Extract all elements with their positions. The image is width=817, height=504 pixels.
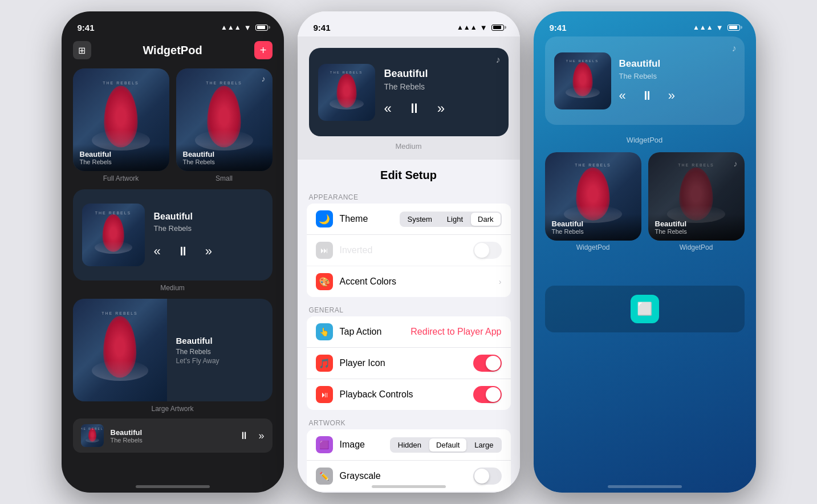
p3-song: Beautiful <box>619 58 735 70</box>
np-song: Beautiful <box>111 428 233 437</box>
status-bar-1: 9:41 ▲▲▲ ▼ <box>62 11 284 36</box>
p3-small-widget-1[interactable]: THE REBELS Beautiful The Rebels <box>545 152 641 241</box>
wifi-icon-2: ▼ <box>480 23 487 32</box>
large-artwork-container: THE REBELS Beautiful The Rebels Let's Fl… <box>73 299 273 413</box>
player-icon-toggle[interactable] <box>473 355 502 372</box>
accent-chevron: › <box>499 277 502 286</box>
phone3-content: ♪ THE REBELS Beautiful The Rebels « ⏸ » <box>534 36 756 332</box>
p3-pause[interactable]: ⏸ <box>641 88 653 103</box>
seg-light[interactable]: Light <box>440 213 470 226</box>
status-icons-1: ▲▲▲ ▼ <box>221 23 268 32</box>
np-forward-btn[interactable]: » <box>258 430 264 442</box>
prev-forward: » <box>437 100 445 116</box>
battery-icon-1 <box>255 25 268 31</box>
np-pause-btn[interactable]: ⏸ <box>239 430 249 442</box>
accent-icon: 🎨 <box>316 273 333 290</box>
p3-small-widget-2[interactable]: THE REBELS ♪ Beautiful The Rebels <box>648 152 745 241</box>
large-album: Let's Fly Away <box>176 357 263 365</box>
grayscale-icon: ✏️ <box>316 468 333 485</box>
seg-large[interactable]: Large <box>468 438 500 452</box>
playback-label: Playback Controls <box>340 389 473 400</box>
phone3-widget-grid: THE REBELS Beautiful The Rebels WidgetPo… <box>545 152 745 251</box>
settings-scroll[interactable]: Edit Setup APPEARANCE 🌙 Theme System Lig… <box>298 160 520 493</box>
note-icon-p3-s2: ♪ <box>734 159 738 168</box>
widget-grid-top: THE REBELS Beautiful The Rebels Full Art… <box>73 68 273 182</box>
status-bar-3: 9:41 ▲▲▲ ▼ <box>534 11 756 36</box>
widget-label-large: Large Artwork <box>73 405 273 413</box>
artwork-group: 🟪 Image Hidden Default Large ✏️ Grayscal… <box>307 429 511 491</box>
battery-icon-2 <box>491 25 504 31</box>
rebels-text-s: THE REBELS <box>206 81 242 85</box>
rewind-button[interactable]: « <box>154 244 161 259</box>
image-row[interactable]: 🟪 Image Hidden Default Large <box>307 429 511 461</box>
phone3-top-widget[interactable]: ♪ THE REBELS Beautiful The Rebels « ⏸ » <box>545 36 745 125</box>
add-widget-button[interactable]: + <box>254 41 273 59</box>
widget-small[interactable]: THE REBELS ♪ Beautiful The Rebels <box>176 68 273 171</box>
preview-label: Medium <box>309 142 509 151</box>
theme-row[interactable]: 🌙 Theme System Light Dark <box>307 204 511 235</box>
inverted-row[interactable]: ⏭ Inverted <box>307 235 511 266</box>
inverted-label: Inverted <box>340 245 473 255</box>
accent-colors-row[interactable]: 🎨 Accent Colors › <box>307 266 511 297</box>
p3-s2-artist: The Rebels <box>655 228 738 235</box>
pause-button[interactable]: ⏸ <box>177 244 189 259</box>
widget-song-1: Beautiful <box>80 150 162 158</box>
inverted-toggle[interactable] <box>473 242 502 259</box>
widget-full-artwork[interactable]: THE REBELS Beautiful The Rebels <box>73 68 169 171</box>
time-1: 9:41 <box>78 23 95 32</box>
home-indicator-3 <box>608 485 682 488</box>
tap-label: Tap Action <box>340 327 411 337</box>
preview-song: Beautiful <box>384 68 499 80</box>
seg-system[interactable]: System <box>401 213 439 226</box>
artwork-header: ARTWORK <box>298 414 520 429</box>
p3-label-1: WidgetPod <box>545 243 641 251</box>
note-icon-small: ♪ <box>262 74 266 83</box>
home-indicator-2 <box>372 485 446 488</box>
general-header: GENERAL <box>298 302 520 316</box>
accent-label: Accent Colors <box>340 277 499 287</box>
playback-icon: ⏯ <box>316 386 333 403</box>
grayscale-toggle[interactable] <box>473 468 502 485</box>
p3-artist: The Rebels <box>619 72 735 80</box>
prev-rewind: « <box>384 100 392 116</box>
seg-default[interactable]: Default <box>429 438 466 452</box>
p3-forward[interactable]: » <box>668 88 675 103</box>
forward-button[interactable]: » <box>205 244 212 259</box>
phone-2: 9:41 ▲▲▲ ▼ ♪ THE REBELS <box>298 11 520 493</box>
seg-hidden[interactable]: Hidden <box>391 438 428 452</box>
p3-top-label: WidgetPod <box>545 136 745 144</box>
widget-large-artwork[interactable]: THE REBELS Beautiful The Rebels Let's Fl… <box>73 299 273 401</box>
tap-action-row[interactable]: 👆 Tap Action Redirect to Player App <box>307 316 511 348</box>
player-icon-row[interactable]: 🎵 Player Icon <box>307 348 511 379</box>
p3-s2-song: Beautiful <box>655 220 738 228</box>
layers-icon[interactable]: ⊞ <box>73 41 91 59</box>
p3-rewind[interactable]: « <box>619 88 626 103</box>
widget-song-small: Beautiful <box>183 150 266 158</box>
grayscale-label: Grayscale <box>340 471 473 481</box>
p3-bottom-bar: ⬜ <box>545 286 745 332</box>
image-icon: 🟪 <box>316 436 333 453</box>
playback-toggle[interactable] <box>473 386 502 403</box>
p3-controls: « ⏸ » <box>619 88 735 103</box>
widgetpod-icon[interactable]: ⬜ <box>631 295 659 323</box>
large-song: Beautiful <box>176 336 263 346</box>
note-icon-p3: ♪ <box>732 43 737 54</box>
theme-segment[interactable]: System Light Dark <box>400 212 502 227</box>
np-info: Beautiful The Rebels <box>111 428 233 444</box>
preview-area: ♪ THE REBELS Beautiful The Rebels « ⏸ » <box>298 36 520 160</box>
playback-controls-row[interactable]: ⏯ Playback Controls <box>307 379 511 410</box>
phone-3: 9:41 ▲▲▲ ▼ ♪ THE REBELS <box>534 11 756 493</box>
theme-label: Theme <box>340 214 400 224</box>
settings-title: Edit Setup <box>298 160 520 189</box>
np-artist: The Rebels <box>111 437 233 444</box>
seg-dark[interactable]: Dark <box>471 213 500 226</box>
widget-medium[interactable]: THE REBELS Beautiful The Rebels « ⏸ » <box>73 189 273 281</box>
image-segment[interactable]: Hidden Default Large <box>390 437 502 453</box>
p3-s1-artist: The Rebels <box>552 228 635 235</box>
phone1-title: WidgetPod <box>143 44 202 57</box>
appearance-header: APPEARANCE <box>298 189 520 204</box>
p3-small2-container: THE REBELS ♪ Beautiful The Rebels Widget… <box>648 152 745 251</box>
now-playing-bar[interactable]: THE REBELS Beautiful The Rebels ⏸ » <box>73 418 273 453</box>
player-icon-label: Player Icon <box>340 358 473 368</box>
wifi-icon-1: ▼ <box>244 23 251 32</box>
